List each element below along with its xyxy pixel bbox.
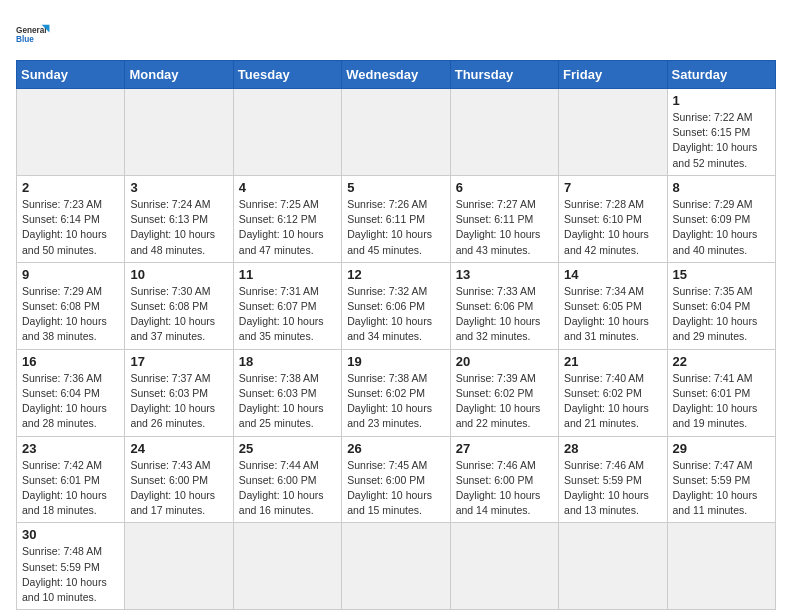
calendar-cell	[233, 89, 341, 176]
calendar-cell	[17, 89, 125, 176]
calendar-cell: 9Sunrise: 7:29 AM Sunset: 6:08 PM Daylig…	[17, 262, 125, 349]
day-number: 7	[564, 180, 661, 195]
day-number: 27	[456, 441, 553, 456]
weekday-header-tuesday: Tuesday	[233, 61, 341, 89]
day-number: 30	[22, 527, 119, 542]
day-info: Sunrise: 7:39 AM Sunset: 6:02 PM Dayligh…	[456, 371, 553, 432]
calendar-cell	[125, 523, 233, 610]
day-number: 17	[130, 354, 227, 369]
day-info: Sunrise: 7:40 AM Sunset: 6:02 PM Dayligh…	[564, 371, 661, 432]
day-number: 18	[239, 354, 336, 369]
day-info: Sunrise: 7:37 AM Sunset: 6:03 PM Dayligh…	[130, 371, 227, 432]
logo: GeneralBlue	[16, 16, 52, 52]
day-info: Sunrise: 7:48 AM Sunset: 5:59 PM Dayligh…	[22, 544, 119, 605]
calendar-cell: 5Sunrise: 7:26 AM Sunset: 6:11 PM Daylig…	[342, 175, 450, 262]
day-info: Sunrise: 7:25 AM Sunset: 6:12 PM Dayligh…	[239, 197, 336, 258]
calendar-cell: 3Sunrise: 7:24 AM Sunset: 6:13 PM Daylig…	[125, 175, 233, 262]
calendar-cell: 13Sunrise: 7:33 AM Sunset: 6:06 PM Dayli…	[450, 262, 558, 349]
calendar-cell: 19Sunrise: 7:38 AM Sunset: 6:02 PM Dayli…	[342, 349, 450, 436]
day-number: 13	[456, 267, 553, 282]
svg-text:General: General	[16, 26, 47, 35]
day-info: Sunrise: 7:46 AM Sunset: 6:00 PM Dayligh…	[456, 458, 553, 519]
calendar-cell: 29Sunrise: 7:47 AM Sunset: 5:59 PM Dayli…	[667, 436, 775, 523]
day-info: Sunrise: 7:45 AM Sunset: 6:00 PM Dayligh…	[347, 458, 444, 519]
day-number: 11	[239, 267, 336, 282]
weekday-header-row: SundayMondayTuesdayWednesdayThursdayFrid…	[17, 61, 776, 89]
day-info: Sunrise: 7:34 AM Sunset: 6:05 PM Dayligh…	[564, 284, 661, 345]
day-number: 21	[564, 354, 661, 369]
calendar-cell: 25Sunrise: 7:44 AM Sunset: 6:00 PM Dayli…	[233, 436, 341, 523]
calendar-cell: 23Sunrise: 7:42 AM Sunset: 6:01 PM Dayli…	[17, 436, 125, 523]
weekday-header-sunday: Sunday	[17, 61, 125, 89]
calendar-cell: 27Sunrise: 7:46 AM Sunset: 6:00 PM Dayli…	[450, 436, 558, 523]
day-info: Sunrise: 7:38 AM Sunset: 6:02 PM Dayligh…	[347, 371, 444, 432]
day-info: Sunrise: 7:29 AM Sunset: 6:09 PM Dayligh…	[673, 197, 770, 258]
day-info: Sunrise: 7:44 AM Sunset: 6:00 PM Dayligh…	[239, 458, 336, 519]
calendar-cell	[125, 89, 233, 176]
day-number: 26	[347, 441, 444, 456]
day-number: 23	[22, 441, 119, 456]
day-info: Sunrise: 7:24 AM Sunset: 6:13 PM Dayligh…	[130, 197, 227, 258]
day-number: 29	[673, 441, 770, 456]
svg-text:Blue: Blue	[16, 35, 34, 44]
calendar-cell: 20Sunrise: 7:39 AM Sunset: 6:02 PM Dayli…	[450, 349, 558, 436]
calendar-cell: 6Sunrise: 7:27 AM Sunset: 6:11 PM Daylig…	[450, 175, 558, 262]
day-info: Sunrise: 7:29 AM Sunset: 6:08 PM Dayligh…	[22, 284, 119, 345]
day-info: Sunrise: 7:26 AM Sunset: 6:11 PM Dayligh…	[347, 197, 444, 258]
day-number: 14	[564, 267, 661, 282]
day-number: 28	[564, 441, 661, 456]
calendar-cell: 22Sunrise: 7:41 AM Sunset: 6:01 PM Dayli…	[667, 349, 775, 436]
calendar-cell: 7Sunrise: 7:28 AM Sunset: 6:10 PM Daylig…	[559, 175, 667, 262]
calendar-cell	[450, 89, 558, 176]
day-info: Sunrise: 7:32 AM Sunset: 6:06 PM Dayligh…	[347, 284, 444, 345]
logo-icon: GeneralBlue	[16, 16, 52, 52]
day-info: Sunrise: 7:27 AM Sunset: 6:11 PM Dayligh…	[456, 197, 553, 258]
day-number: 2	[22, 180, 119, 195]
calendar-cell	[559, 89, 667, 176]
day-info: Sunrise: 7:33 AM Sunset: 6:06 PM Dayligh…	[456, 284, 553, 345]
calendar-cell: 15Sunrise: 7:35 AM Sunset: 6:04 PM Dayli…	[667, 262, 775, 349]
day-info: Sunrise: 7:28 AM Sunset: 6:10 PM Dayligh…	[564, 197, 661, 258]
day-info: Sunrise: 7:36 AM Sunset: 6:04 PM Dayligh…	[22, 371, 119, 432]
calendar-cell: 14Sunrise: 7:34 AM Sunset: 6:05 PM Dayli…	[559, 262, 667, 349]
day-number: 20	[456, 354, 553, 369]
week-row-2: 2Sunrise: 7:23 AM Sunset: 6:14 PM Daylig…	[17, 175, 776, 262]
day-number: 5	[347, 180, 444, 195]
day-info: Sunrise: 7:30 AM Sunset: 6:08 PM Dayligh…	[130, 284, 227, 345]
calendar-cell	[342, 89, 450, 176]
day-info: Sunrise: 7:41 AM Sunset: 6:01 PM Dayligh…	[673, 371, 770, 432]
day-number: 19	[347, 354, 444, 369]
calendar-cell: 30Sunrise: 7:48 AM Sunset: 5:59 PM Dayli…	[17, 523, 125, 610]
calendar-cell: 21Sunrise: 7:40 AM Sunset: 6:02 PM Dayli…	[559, 349, 667, 436]
day-info: Sunrise: 7:46 AM Sunset: 5:59 PM Dayligh…	[564, 458, 661, 519]
day-info: Sunrise: 7:38 AM Sunset: 6:03 PM Dayligh…	[239, 371, 336, 432]
calendar-cell: 16Sunrise: 7:36 AM Sunset: 6:04 PM Dayli…	[17, 349, 125, 436]
calendar-cell: 8Sunrise: 7:29 AM Sunset: 6:09 PM Daylig…	[667, 175, 775, 262]
day-number: 10	[130, 267, 227, 282]
calendar-cell	[233, 523, 341, 610]
day-number: 12	[347, 267, 444, 282]
page-header: GeneralBlue	[16, 16, 776, 52]
day-number: 15	[673, 267, 770, 282]
calendar-cell: 2Sunrise: 7:23 AM Sunset: 6:14 PM Daylig…	[17, 175, 125, 262]
weekday-header-friday: Friday	[559, 61, 667, 89]
week-row-1: 1Sunrise: 7:22 AM Sunset: 6:15 PM Daylig…	[17, 89, 776, 176]
calendar-cell: 24Sunrise: 7:43 AM Sunset: 6:00 PM Dayli…	[125, 436, 233, 523]
calendar-cell: 12Sunrise: 7:32 AM Sunset: 6:06 PM Dayli…	[342, 262, 450, 349]
day-info: Sunrise: 7:23 AM Sunset: 6:14 PM Dayligh…	[22, 197, 119, 258]
week-row-5: 23Sunrise: 7:42 AM Sunset: 6:01 PM Dayli…	[17, 436, 776, 523]
calendar-cell: 26Sunrise: 7:45 AM Sunset: 6:00 PM Dayli…	[342, 436, 450, 523]
day-info: Sunrise: 7:47 AM Sunset: 5:59 PM Dayligh…	[673, 458, 770, 519]
day-info: Sunrise: 7:31 AM Sunset: 6:07 PM Dayligh…	[239, 284, 336, 345]
day-number: 6	[456, 180, 553, 195]
day-number: 4	[239, 180, 336, 195]
day-info: Sunrise: 7:42 AM Sunset: 6:01 PM Dayligh…	[22, 458, 119, 519]
week-row-6: 30Sunrise: 7:48 AM Sunset: 5:59 PM Dayli…	[17, 523, 776, 610]
day-number: 22	[673, 354, 770, 369]
calendar-cell: 11Sunrise: 7:31 AM Sunset: 6:07 PM Dayli…	[233, 262, 341, 349]
calendar-cell	[667, 523, 775, 610]
day-number: 8	[673, 180, 770, 195]
week-row-3: 9Sunrise: 7:29 AM Sunset: 6:08 PM Daylig…	[17, 262, 776, 349]
calendar-cell: 4Sunrise: 7:25 AM Sunset: 6:12 PM Daylig…	[233, 175, 341, 262]
day-info: Sunrise: 7:22 AM Sunset: 6:15 PM Dayligh…	[673, 110, 770, 171]
